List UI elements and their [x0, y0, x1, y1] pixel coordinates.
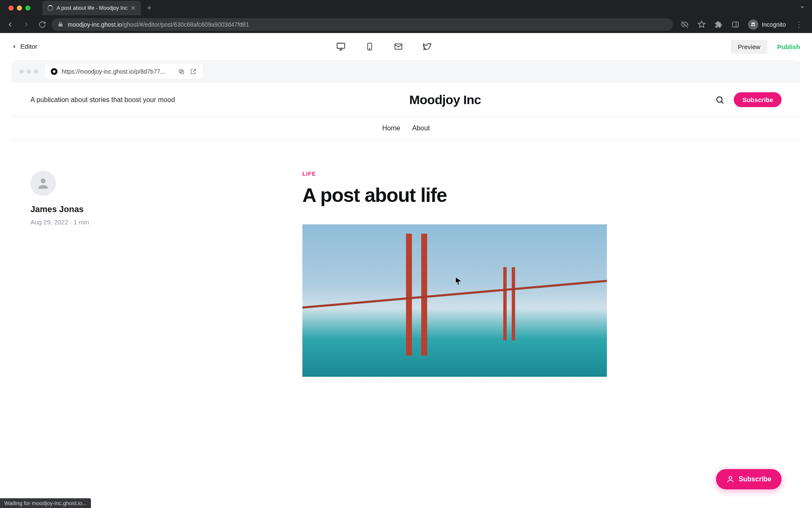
loading-spinner-icon	[47, 5, 53, 11]
browser-tab[interactable]: A post about life - Moodjoy Inc ✕	[42, 1, 141, 15]
article-wrap: James Jonas Aug 29, 2022 · 1 min LIFE A …	[12, 140, 800, 377]
site-tagline: A publication about stories that boost y…	[30, 96, 175, 104]
post-read-time: 1 min	[74, 218, 89, 226]
post-category[interactable]: LIFE	[302, 171, 607, 177]
eye-off-icon[interactable]	[678, 18, 691, 31]
editor-right-actions: Preview Publish	[731, 40, 800, 54]
window-close-button[interactable]	[8, 6, 14, 11]
site-header-actions: Subscribe	[715, 92, 782, 107]
fake-url-pill: https://moodjoy-inc.ghost.io/p/8d7b77...	[45, 64, 203, 79]
nav-about-link[interactable]: About	[412, 124, 430, 132]
svg-rect-3	[337, 43, 345, 48]
window-controls	[3, 6, 36, 11]
fake-browser-bar: https://moodjoy-inc.ghost.io/p/8d7b77...	[12, 60, 800, 83]
floating-subscribe-button[interactable]: Subscribe	[716, 469, 782, 489]
svg-point-2	[754, 25, 755, 26]
twitter-preview-tab[interactable]	[422, 41, 432, 52]
author-column: James Jonas Aug 29, 2022 · 1 min	[30, 171, 128, 377]
incognito-icon	[748, 19, 758, 30]
address-row: moodjoy-inc.ghost.io/ghost/#/editor/post…	[0, 16, 812, 33]
lock-icon	[58, 21, 63, 28]
window-maximize-button[interactable]	[25, 6, 30, 11]
site-preview: A publication about stories that boost y…	[12, 83, 800, 500]
address-bar[interactable]: moodjoy-inc.ghost.io/ghost/#/editor/post…	[52, 18, 673, 31]
svg-point-11	[729, 476, 732, 479]
subscribe-button[interactable]: Subscribe	[734, 92, 782, 107]
extensions-icon[interactable]	[712, 18, 725, 31]
nav-reload-button[interactable]	[36, 18, 49, 31]
author-avatar[interactable]	[30, 171, 56, 196]
email-preview-tab[interactable]	[393, 41, 403, 52]
incognito-indicator[interactable]: Incognito	[746, 19, 788, 30]
nav-forward-button[interactable]	[19, 18, 33, 31]
publish-button[interactable]: Publish	[777, 43, 800, 50]
open-external-button[interactable]	[189, 68, 197, 75]
svg-point-5	[370, 49, 370, 49]
post-meta: Aug 29, 2022 · 1 min	[30, 218, 128, 226]
preview-device-tabs	[336, 41, 432, 52]
nav-back-button[interactable]	[3, 18, 17, 31]
author-name[interactable]: James Jonas	[30, 204, 128, 214]
tab-title: A post about life - Moodjoy Inc	[57, 5, 127, 11]
desktop-preview-tab[interactable]	[336, 41, 346, 52]
preview-browser-frame: https://moodjoy-inc.ghost.io/p/8d7b77...…	[12, 60, 800, 500]
feature-image	[302, 224, 607, 377]
tab-close-button[interactable]: ✕	[131, 5, 136, 11]
post-date: Aug 29, 2022	[30, 218, 68, 226]
preview-area: https://moodjoy-inc.ghost.io/p/8d7b77...…	[0, 60, 812, 500]
post-title: A post about life	[302, 184, 607, 207]
tabs-dropdown-button[interactable]	[798, 3, 806, 13]
side-panel-icon[interactable]	[729, 18, 742, 31]
search-button[interactable]	[715, 95, 724, 105]
svg-point-9	[717, 97, 722, 102]
preview-button[interactable]: Preview	[731, 40, 767, 54]
browser-status-bar: Waiting for moodjoy-inc.ghost.io...	[0, 498, 91, 500]
site-header: A publication about stories that boost y…	[12, 83, 800, 117]
svg-point-1	[752, 25, 753, 26]
url-text: moodjoy-inc.ghost.io/ghost/#/editor/post…	[68, 21, 249, 28]
preview-url-text: https://moodjoy-inc.ghost.io/p/8d7b77...	[62, 68, 165, 75]
mobile-preview-tab[interactable]	[365, 41, 375, 52]
incognito-label: Incognito	[762, 21, 786, 28]
svg-point-10	[41, 179, 45, 183]
browser-right-icons: Incognito ⋮	[675, 18, 809, 31]
editor-app-bar: Editor Preview Publish	[0, 33, 812, 60]
article-main: LIFE A post about life	[302, 171, 607, 377]
nav-home-link[interactable]: Home	[382, 124, 401, 132]
svg-rect-0	[732, 22, 738, 27]
tab-strip: A post about life - Moodjoy Inc ✕ +	[0, 0, 812, 16]
browser-menu-button[interactable]: ⋮	[792, 20, 806, 29]
site-nav: Home About	[12, 117, 800, 140]
ghost-favicon-icon	[51, 68, 58, 75]
bookmark-star-icon[interactable]	[695, 18, 708, 31]
fake-traffic-lights	[19, 69, 38, 74]
site-title: Moodjoy Inc	[409, 93, 481, 107]
new-tab-button[interactable]: +	[141, 4, 157, 13]
back-label: Editor	[20, 43, 38, 50]
window-minimize-button[interactable]	[17, 6, 22, 11]
browser-chrome: A post about life - Moodjoy Inc ✕ + mood…	[0, 0, 812, 33]
back-to-editor-button[interactable]: Editor	[12, 43, 38, 50]
copy-url-button[interactable]	[178, 68, 185, 75]
floating-subscribe-label: Subscribe	[739, 475, 771, 483]
